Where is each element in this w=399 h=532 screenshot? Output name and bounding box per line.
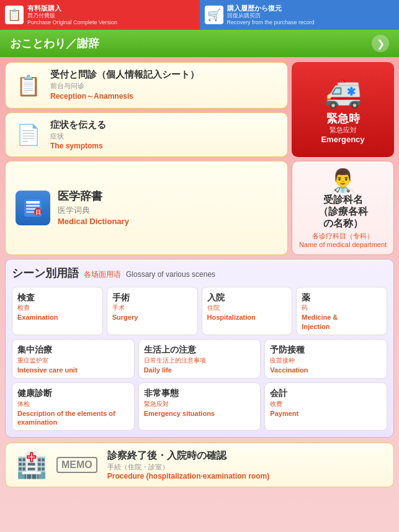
purchase-button[interactable]: 📋 有料版購入 買乃付費版 Purchase Original Complete…: [0, 0, 200, 30]
dept-en: Name of medical department: [299, 241, 387, 248]
glossary-item-icu[interactable]: 集中治療 重症监护室 Intensive care unit: [12, 339, 135, 379]
emergency-card[interactable]: 🚑 緊急時 緊急应対 Emergency: [292, 62, 394, 157]
svg-text:日: 日: [35, 209, 41, 215]
top-bar: 📋 有料版購入 買乃付費版 Purchase Original Complete…: [0, 0, 399, 30]
main-section: 📋 受付と問診（個人情報記入シート） 前台与问诊 Reception～Anamn…: [0, 57, 399, 443]
banner-title: おことわり／謝辞: [10, 36, 99, 51]
dictionary-icon: 日: [16, 191, 50, 225]
reception-icon: 📋: [13, 70, 44, 101]
dictionary-card[interactable]: 日 医学辞書 医学词典 Medical Dictionary: [5, 161, 288, 255]
glossary-item-dailylife[interactable]: 生活上の注意 日常生活上的注意事项 Daily life: [138, 339, 261, 379]
symptoms-card[interactable]: 📄 症状を伝える 症状 The symptoms: [5, 112, 288, 157]
glossary-item-surgery[interactable]: 手術 手术 Surgery: [107, 287, 198, 335]
dict-row: 日 医学辞書 医学词典 Medical Dictionary 👨‍⚕️ 受診科名…: [5, 161, 394, 255]
dept-cn: 各诊疗科目（专科）: [312, 232, 374, 241]
glossary-item-examination[interactable]: 検査 检查 Examination: [12, 287, 103, 335]
emergency-title: 緊急時: [326, 112, 360, 126]
glossary-item-medicine[interactable]: 薬 药 Medicine &Injection: [296, 287, 387, 335]
emergency-en: Emergency: [321, 135, 364, 144]
glossary-top-row: 検査 检查 Examination 手術 手术 Surgery 入院 住院 Ho…: [12, 287, 387, 335]
hospital-building-icon: 🏥: [13, 451, 50, 480]
glossary-mid-row: 集中治療 重症监护室 Intensive care unit 生活上の注意 日常…: [12, 339, 387, 379]
glossary-header: シーン別用語 各场面用语 Glossary of various scenes: [12, 266, 387, 281]
notice-banner[interactable]: おことわり／謝辞 ❯: [0, 30, 399, 57]
purchase-icon: 📋: [5, 6, 24, 24]
department-card[interactable]: 👨‍⚕️ 受診科名（診療各科の名称） 各诊疗科目（专科） Name of med…: [292, 161, 394, 255]
emergency-cn: 緊急应対: [330, 125, 357, 135]
svg-rect-2: [26, 205, 40, 207]
left-cards: 📋 受付と問診（個人情報記入シート） 前台与问诊 Reception～Anamn…: [5, 62, 288, 157]
glossary-item-hospitalization[interactable]: 入院 住院 Hospitalization: [202, 287, 293, 335]
banner-arrow-icon[interactable]: ❯: [372, 35, 389, 52]
symptoms-icon: 📄: [13, 119, 44, 150]
restore-text: 購入履歴から復元 回復从購买历 Recovery from the purcha…: [227, 4, 315, 26]
glossary-item-checkup[interactable]: 健康診断 体检 Description of the elements of e…: [12, 382, 135, 431]
glossary-item-emergency[interactable]: 非常事態 緊急应対 Emergency situations: [138, 382, 261, 431]
symptoms-text: 症状を伝える 症状 The symptoms: [50, 119, 106, 150]
restore-icon: 🛒: [205, 6, 223, 24]
memo-label: MEMO: [56, 457, 97, 473]
glossary-item-payment[interactable]: 会計 收费 Payment: [264, 382, 387, 431]
doctor-icon: 👨‍⚕️: [329, 168, 357, 194]
top-cards-row: 📋 受付と問診（個人情報記入シート） 前台与问诊 Reception～Anamn…: [5, 62, 394, 157]
dictionary-text: 医学辞書 医学词典 Medical Dictionary: [58, 190, 129, 226]
reception-text: 受付と問診（個人情報記入シート） 前台与问诊 Reception～Anamnes…: [50, 69, 199, 102]
dept-title: 受診科名（診療各科の名称）: [318, 194, 368, 230]
memo-inner: MEMO 診察終了後・入院時の確認 手続（住院・診室） Procedure (h…: [56, 449, 386, 480]
glossary-item-vaccination[interactable]: 予防接種 疫苗接种 Vaccination: [264, 339, 387, 379]
reception-card[interactable]: 📋 受付と問診（個人情報記入シート） 前台与问诊 Reception～Anamn…: [5, 62, 288, 109]
ambulance-icon: 🚑: [325, 75, 362, 110]
memo-section[interactable]: 🏥 MEMO 診察終了後・入院時の確認 手続（住院・診室） Procedure …: [5, 443, 394, 487]
glossary-section: シーン別用語 各场面用语 Glossary of various scenes …: [5, 259, 394, 438]
purchase-text: 有料版購入 買乃付費版 Purchase Original Complete V…: [27, 4, 117, 26]
restore-button[interactable]: 🛒 購入履歴から復元 回復从購买历 Recovery from the purc…: [200, 0, 400, 30]
memo-content: 診察終了後・入院時の確認 手続（住院・診室） Procedure (hospit…: [107, 449, 269, 480]
svg-rect-1: [26, 201, 40, 204]
glossary-bot-row: 健康診断 体检 Description of the elements of e…: [12, 382, 387, 431]
